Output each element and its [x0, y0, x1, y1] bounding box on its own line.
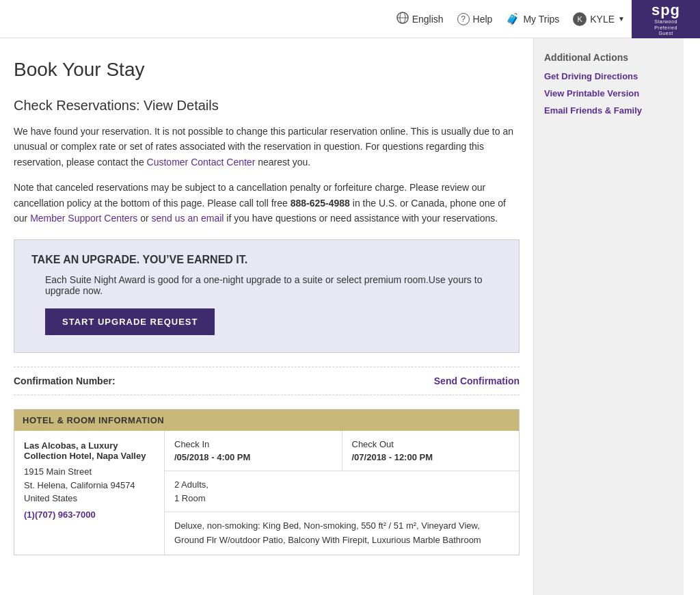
header-nav: English ? Help 🧳 My Trips K KYLE ▼ — [0, 12, 632, 26]
user-menu[interactable]: K KYLE ▼ — [573, 12, 625, 26]
main-content: Book Your Stay Check Reservations: View … — [0, 38, 533, 595]
address-line1: 1915 Main Street — [24, 466, 92, 477]
phone-number: 888-625-4988 — [291, 198, 350, 209]
guests-row: 2 Adults,1 Room — [165, 471, 519, 512]
bag-icon: 🧳 — [506, 12, 520, 25]
checkin-row: Check In /05/2018 - 4:00 PM Check Out /0… — [165, 431, 519, 471]
member-support-link[interactable]: Member Support Centers — [30, 213, 137, 224]
checkout-date: /07/2018 - 12:00 PM — [352, 452, 510, 462]
start-upgrade-button[interactable]: START UPGRADE REQUEST — [45, 308, 215, 335]
language-label: English — [412, 14, 444, 25]
sidebar-section-title: Additional Actions — [544, 52, 673, 63]
spg-logo: spg StarwoodPreferredGuest — [632, 0, 700, 38]
guests-text: 2 Adults,1 Room — [174, 479, 208, 503]
upgrade-box: TAKE AN UPGRADE. YOU’VE EARNED IT. Each … — [14, 239, 520, 353]
spg-main-text: spg — [651, 1, 680, 19]
body-paragraph-1: We have found your reservation. It is no… — [14, 124, 520, 170]
room-description: Deluxe, non-smoking: King Bed, Non-smoki… — [174, 520, 481, 545]
help-icon: ? — [457, 13, 470, 25]
body-text-2d: if you have questions or need assistance… — [226, 213, 498, 224]
sidebar: Additional Actions Get Driving Direction… — [533, 38, 684, 595]
section-title: Check Reservations: View Details — [14, 98, 520, 114]
hotel-box-header: HOTEL & ROOM INFORMATION — [14, 410, 519, 431]
globe-icon — [396, 12, 409, 26]
language-selector[interactable]: English — [396, 12, 444, 26]
user-icon: K — [573, 12, 587, 26]
sidebar-email-friends[interactable]: Email Friends & Family — [544, 105, 673, 116]
checkin-date: /05/2018 - 4:00 PM — [174, 452, 332, 462]
body-text-2c: or — [140, 213, 148, 224]
sidebar-printable-version[interactable]: View Printable Version — [544, 88, 673, 98]
hotel-box-body: Las Alcobas, a Luxury Collection Hotel, … — [14, 431, 519, 555]
upgrade-title: TAKE AN UPGRADE. YOU’VE EARNED IT. — [31, 254, 502, 266]
send-confirmation-link[interactable]: Send Confirmation — [434, 375, 520, 386]
my-trips-link[interactable]: 🧳 My Trips — [506, 12, 559, 25]
checkin-label: Check In — [174, 439, 332, 449]
customer-contact-link[interactable]: Customer Contact Center — [147, 157, 256, 168]
hotel-address: 1915 Main Street St. Helena, California … — [24, 465, 154, 505]
hotel-phone[interactable]: (1)(707) 963-7000 — [24, 510, 154, 520]
hotel-info-box: HOTEL & ROOM INFORMATION Las Alcobas, a … — [14, 409, 520, 555]
confirmation-label: Confirmation Number: — [14, 375, 116, 386]
trips-label: My Trips — [523, 14, 559, 25]
checkin-cell: Check In /05/2018 - 4:00 PM — [165, 431, 342, 471]
address-line3: United States — [24, 493, 77, 503]
user-label: KYLE — [590, 14, 615, 25]
hotel-info-left: Las Alcobas, a Luxury Collection Hotel, … — [14, 431, 165, 555]
spg-sub-text: StarwoodPreferredGuest — [654, 19, 677, 36]
checkout-cell: Check Out /07/2018 - 12:00 PM — [342, 431, 520, 471]
body-text-1b: nearest you. — [258, 157, 310, 168]
address-line2: St. Helena, California 94574 — [24, 480, 135, 490]
hotel-info-right: Check In /05/2018 - 4:00 PM Check Out /0… — [165, 431, 519, 555]
page-layout: Book Your Stay Check Reservations: View … — [0, 38, 700, 595]
email-link[interactable]: send us an email — [152, 213, 224, 224]
room-row: Deluxe, non-smoking: King Bed, Non-smoki… — [165, 512, 519, 555]
chevron-down-icon: ▼ — [618, 15, 625, 23]
help-link[interactable]: ? Help — [457, 13, 493, 25]
sidebar-driving-directions[interactable]: Get Driving Directions — [544, 71, 673, 81]
help-label: Help — [473, 14, 493, 25]
body-paragraph-2: Note that canceled reservations may be s… — [14, 180, 520, 226]
checkout-label: Check Out — [352, 439, 510, 449]
page-title: Book Your Stay — [14, 59, 520, 81]
header: English ? Help 🧳 My Trips K KYLE ▼ spg S… — [0, 0, 700, 38]
confirmation-row: Confirmation Number: Send Confirmation — [14, 367, 520, 395]
hotel-name: Las Alcobas, a Luxury Collection Hotel, … — [24, 440, 154, 461]
upgrade-description: Each Suite Night Award is good for a one… — [45, 274, 502, 296]
